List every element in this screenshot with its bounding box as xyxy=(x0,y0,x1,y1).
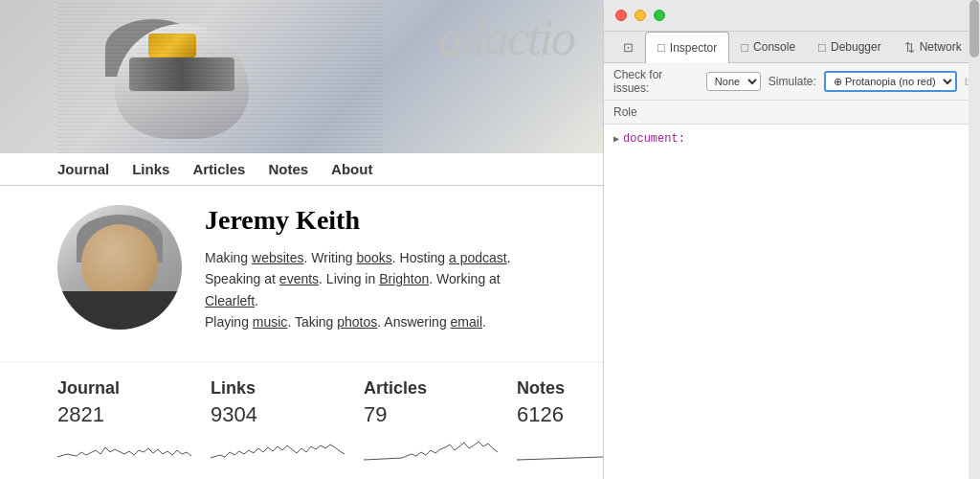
stat-journal-label: Journal xyxy=(57,378,191,399)
network-icon: ⇅ xyxy=(904,40,915,55)
check-issues-label: Check for issues: xyxy=(613,68,699,95)
tab-inspector[interactable]: □ Inspector xyxy=(645,32,729,63)
bio-line1: Making websites. Writing books. Hosting … xyxy=(205,247,546,268)
header-image xyxy=(57,0,383,153)
stat-notes-label: Notes xyxy=(517,378,603,399)
role-bar: Role xyxy=(604,101,980,125)
tab-debugger[interactable]: □ Debugger xyxy=(807,33,893,62)
bio-line3: Playing music. Taking photos. Answering … xyxy=(205,311,546,332)
bio-text3: . Hosting xyxy=(392,250,449,265)
bio-link-clearleft[interactable]: Clearleft xyxy=(205,293,255,308)
devtools-tabs: ⊡ □ Inspector □ Console □ Debugger ⇅ Net… xyxy=(604,32,980,63)
devtools-titlebar xyxy=(604,0,980,32)
simulate-label: Simulate: xyxy=(768,75,816,88)
sparkline-links xyxy=(211,433,345,462)
stat-journal-count: 2821 xyxy=(57,402,191,427)
stat-notes: Notes 6126 xyxy=(517,378,603,466)
bio-link-events[interactable]: events xyxy=(279,271,319,286)
bio-link-email[interactable]: email xyxy=(451,314,482,330)
website-area: adactio Journal Links Articles Notes Abo… xyxy=(0,0,603,479)
tab-console-label: Console xyxy=(753,40,795,54)
bio-link-books[interactable]: books xyxy=(356,250,391,265)
tree-arrow: ▶ xyxy=(613,133,619,145)
bio-link-brighton[interactable]: Brighton xyxy=(379,271,429,286)
simulate-select[interactable]: ⊕ Protanopia (no red) xyxy=(824,71,957,92)
sparkline-journal xyxy=(57,433,191,462)
nav-articles[interactable]: Articles xyxy=(192,161,245,177)
minimize-button[interactable] xyxy=(635,10,646,21)
site-main: Jeremy Keith Making websites. Writing bo… xyxy=(0,186,603,353)
devtools-toolbar: Check for issues: None Simulate: ⊕ Prota… xyxy=(604,63,980,101)
tab-network-label: Network xyxy=(920,40,962,54)
nav-about[interactable]: About xyxy=(331,161,372,177)
bio-text: Making xyxy=(205,250,252,265)
stats-section: Journal 2821 Links 9304 Articles 79 Note… xyxy=(0,362,603,466)
bio-section: Jeremy Keith Making websites. Writing bo… xyxy=(205,205,546,333)
pick-icon: ⊡ xyxy=(623,40,634,55)
inspector-icon: □ xyxy=(657,40,665,55)
none-select[interactable]: None xyxy=(706,72,761,91)
stat-journal: Journal 2821 xyxy=(57,378,211,466)
bio-line2: Speaking at events. Living in Brighton. … xyxy=(205,268,546,311)
nav-journal[interactable]: Journal xyxy=(57,161,109,177)
bio-link-music[interactable]: music xyxy=(253,314,288,330)
tree-item-document[interactable]: ▶ document: xyxy=(613,130,970,148)
bio-link-photos[interactable]: photos xyxy=(337,314,377,330)
nav-notes[interactable]: Notes xyxy=(268,161,308,177)
tab-network[interactable]: ⇅ Network xyxy=(893,33,973,62)
bio-link-podcast[interactable]: a podcast xyxy=(449,250,507,265)
scrollbar-thumb[interactable] xyxy=(969,0,979,57)
stat-links-count: 9304 xyxy=(211,402,345,427)
tab-console[interactable]: □ Console xyxy=(729,33,807,62)
site-logo: adactio xyxy=(438,10,574,66)
bio-text2: . Writing xyxy=(304,250,357,265)
sparkline-notes xyxy=(517,433,603,462)
devtools-tree: ▶ document: xyxy=(604,125,980,479)
close-button[interactable] xyxy=(615,10,627,21)
site-header: adactio xyxy=(0,0,603,153)
nav-links[interactable]: Links xyxy=(132,161,169,177)
site-nav: Journal Links Articles Notes About xyxy=(0,153,603,186)
stat-articles-label: Articles xyxy=(364,378,498,399)
maximize-button[interactable] xyxy=(654,10,665,21)
debugger-icon: □ xyxy=(818,40,826,55)
tree-document-label: document: xyxy=(623,132,685,146)
sparkline-articles xyxy=(364,433,498,462)
stat-notes-count: 6126 xyxy=(517,402,603,427)
console-icon: □ xyxy=(741,40,748,55)
bio-link-websites[interactable]: websites xyxy=(252,250,303,265)
devtools-panel: ⊡ □ Inspector □ Console □ Debugger ⇅ Net… xyxy=(603,0,980,479)
bio-name: Jeremy Keith xyxy=(205,205,546,236)
devtools-pick-button[interactable]: ⊡ xyxy=(612,33,645,62)
avatar xyxy=(57,205,182,330)
stat-links: Links 9304 xyxy=(211,378,364,466)
tab-inspector-label: Inspector xyxy=(670,41,717,55)
scrollbar[interactable] xyxy=(969,0,980,479)
stat-links-label: Links xyxy=(211,378,345,399)
role-label: Role xyxy=(613,105,637,119)
stat-articles-count: 79 xyxy=(364,402,498,427)
tab-debugger-label: Debugger xyxy=(831,40,881,54)
stat-articles: Articles 79 xyxy=(364,378,517,466)
